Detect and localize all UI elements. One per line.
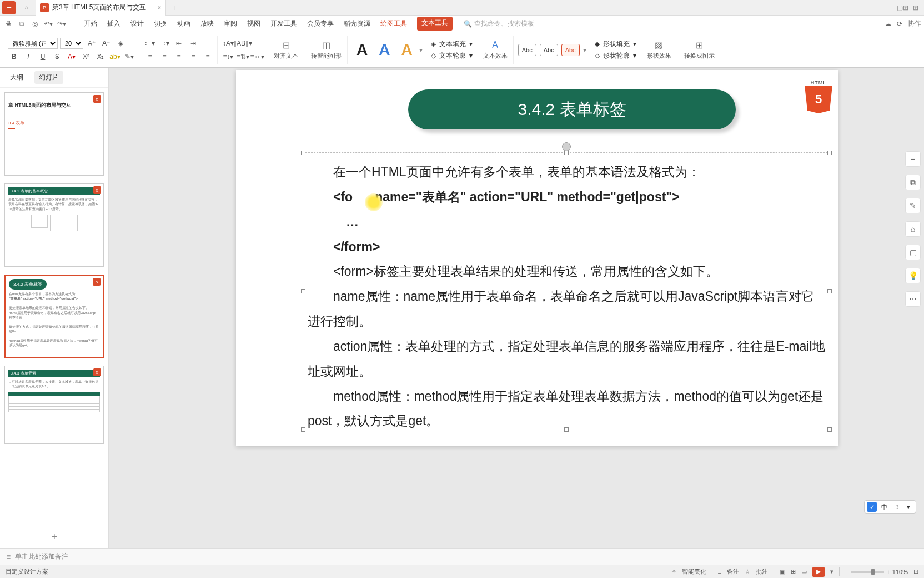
tab-resource[interactable]: 稻壳资源 — [344, 17, 370, 31]
shape-style-more-icon[interactable]: ▾ — [583, 46, 586, 54]
bulb-icon[interactable]: 💡 — [905, 268, 921, 283]
tab-dev[interactable]: 开发工具 — [270, 17, 297, 31]
format-painter-icon[interactable]: ✎▾ — [123, 51, 135, 62]
content-line[interactable]: method属性：method属性用于指定表单处理表单数据方法，method的值… — [308, 384, 825, 434]
panel-icon[interactable]: ▢ — [905, 245, 921, 260]
resize-handle[interactable] — [564, 151, 569, 155]
tab-start[interactable]: 开始 — [84, 17, 97, 31]
content-line[interactable]: action属性：表单处理的方式，指定处理表单信息的服务器端应用程序，往往是E-… — [308, 334, 825, 384]
print-icon[interactable]: 🖶 — [3, 18, 14, 29]
toolbox-icon[interactable]: ⌂ — [905, 221, 921, 237]
text-direction-icon[interactable]: ↕A▾ — [222, 38, 234, 49]
clear-format-icon[interactable]: ◈ — [114, 38, 127, 49]
zoom-out-button[interactable]: − — [845, 569, 848, 575]
zoom-in-button[interactable]: + — [886, 569, 890, 575]
text-effect-button[interactable]: A 文本效果 — [481, 39, 510, 60]
document-tab[interactable]: P 第3章 HTML5页面的布局与交互 × — [36, 0, 166, 16]
tab-outline[interactable]: 大纲 — [6, 71, 28, 84]
increase-indent-icon[interactable]: ⇥ — [187, 38, 199, 49]
rotate-handle[interactable] — [562, 142, 571, 151]
align-left-icon[interactable]: ≡ — [144, 51, 156, 62]
text-style-a1[interactable]: A — [352, 41, 372, 59]
align-right-icon[interactable]: ≡ — [173, 51, 185, 62]
text-fill-button[interactable]: 文本填充 — [439, 39, 466, 49]
align-justify-icon[interactable]: ≡ — [187, 51, 199, 62]
font-name-select[interactable]: 微软雅黑 (正文) — [8, 38, 58, 49]
ime-dropdown-icon[interactable]: ▾ — [903, 502, 913, 512]
para-spacing-icon[interactable]: ≡⇅▾ — [237, 51, 249, 62]
resize-handle[interactable] — [301, 151, 305, 155]
zoom-slider[interactable] — [851, 571, 884, 573]
increase-font-icon[interactable]: A⁺ — [86, 38, 98, 49]
resize-handle[interactable] — [301, 427, 305, 432]
align-center-icon[interactable]: ≡ — [158, 51, 170, 62]
add-tab-button[interactable]: + — [166, 3, 182, 12]
comment-toggle[interactable]: 批注 — [756, 567, 768, 576]
tab-animation[interactable]: 动画 — [177, 17, 190, 31]
shape-style-3[interactable]: Abc — [561, 44, 580, 56]
tab-slides[interactable]: 幻灯片 — [34, 71, 63, 84]
resize-handle[interactable] — [301, 289, 305, 293]
tab-review[interactable]: 审阅 — [224, 17, 237, 31]
search-input[interactable]: 🔍 查找命令、搜索模板 — [464, 19, 534, 28]
tab-transition[interactable]: 切换 — [154, 17, 167, 31]
strikethrough-icon[interactable]: S̶ — [51, 51, 63, 62]
tab-draw-tool[interactable]: 绘图工具 — [380, 17, 407, 31]
smart-shape-button[interactable]: ◫ 转智能图形 — [309, 39, 344, 60]
text-outline-button[interactable]: 文本轮廓 — [439, 51, 466, 61]
italic-icon[interactable]: I — [22, 51, 34, 62]
subscript-icon[interactable]: X₂ — [94, 51, 107, 62]
layers-icon[interactable]: ⧉ — [905, 175, 921, 190]
content-line[interactable]: … — [308, 210, 825, 235]
sync-icon[interactable]: ⟳ — [897, 20, 902, 28]
design-plan-label[interactable]: 目定义设计方案 — [6, 567, 48, 576]
text-style-a2[interactable]: A — [374, 41, 394, 59]
tab-view[interactable]: 视图 — [247, 17, 260, 31]
fit-icon[interactable]: ⊡ — [913, 568, 918, 575]
content-line[interactable]: <form>标签主要处理表单结果的处理和传送，常用属性的含义如下。 — [308, 259, 825, 284]
indent-spacing-icon[interactable]: ≡↔▾ — [251, 51, 263, 62]
ime-indicator[interactable]: ✓ 中 ☽ ▾ — [864, 500, 916, 514]
numbering-icon[interactable]: ≕▾ — [158, 38, 170, 49]
comment-icon[interactable]: ☆ — [745, 568, 750, 575]
redo-icon[interactable]: ↷▾ — [56, 18, 67, 29]
line-spacing-icon[interactable]: ≡↕▾ — [222, 51, 234, 62]
tab-member[interactable]: 会员专享 — [307, 17, 334, 31]
slideshow-dropdown-icon[interactable]: ▾ — [830, 568, 833, 575]
preview-icon[interactable]: ⧉ — [16, 18, 27, 29]
home-icon[interactable]: ⌂ — [20, 1, 33, 14]
font-color-icon[interactable]: A▾ — [66, 51, 78, 62]
content-line[interactable]: <foname="表单名" action="URL" method="get|p… — [308, 185, 825, 210]
resize-handle[interactable] — [827, 151, 832, 155]
superscript-icon[interactable]: X² — [80, 51, 92, 62]
tab-design[interactable]: 设计 — [130, 17, 144, 31]
shape-fill-button[interactable]: 形状填充 — [603, 39, 630, 49]
undo-icon[interactable]: ↶▾ — [43, 18, 54, 29]
beautify-button[interactable]: 智能美化 — [682, 567, 706, 576]
resize-handle[interactable] — [827, 289, 832, 293]
content-line[interactable]: name属性：name属性用于表单命名，表单命名之后就可以用JavaScript… — [308, 284, 825, 334]
tab-insert[interactable]: 插入 — [107, 17, 120, 31]
spacing-icon[interactable]: ‖AB‖▾ — [237, 38, 249, 49]
slide-thumb-1[interactable]: 5 章 HTML5页面的布局与交互 3.4 表单 — [4, 92, 104, 176]
collab-button[interactable]: 协作 — [908, 19, 921, 28]
shape-outline-button[interactable]: 形状轮廓 — [603, 51, 630, 61]
view-normal-icon[interactable]: ▣ — [780, 568, 785, 575]
refresh-icon[interactable]: ◎ — [29, 18, 41, 29]
slideshow-button[interactable]: ▶ — [812, 567, 825, 577]
notes-toggle-icon[interactable]: ≡ — [718, 569, 721, 575]
close-tab-icon[interactable]: × — [157, 4, 161, 12]
more-icon[interactable]: ⋯ — [905, 291, 921, 307]
beautify-icon[interactable]: ✧ — [671, 568, 676, 575]
shape-effect-button[interactable]: ▨ 形状效果 — [645, 39, 674, 60]
bullets-icon[interactable]: ≔▾ — [144, 38, 156, 49]
font-size-select[interactable]: 20 — [60, 38, 83, 49]
window-layout-icon[interactable]: ▢⊞ — [897, 4, 908, 12]
align-text-button[interactable]: ⊟ 对齐文本 — [272, 39, 300, 60]
view-sorter-icon[interactable]: ⊞ — [791, 568, 796, 575]
slide-thumb-2[interactable]: 5 3.4.1 表单的基本概念 表单实现采集数据，提供功能区域等作用与网站程序的… — [4, 183, 104, 267]
content-line[interactable]: 在一个HTML页面中允许有多个表单，表单的基本语法及格式为： — [308, 160, 825, 185]
notes-toggle[interactable]: 备注 — [727, 567, 739, 576]
zoom-level[interactable]: 110% — [892, 569, 908, 575]
add-slide-button[interactable]: ＋ — [0, 525, 108, 548]
